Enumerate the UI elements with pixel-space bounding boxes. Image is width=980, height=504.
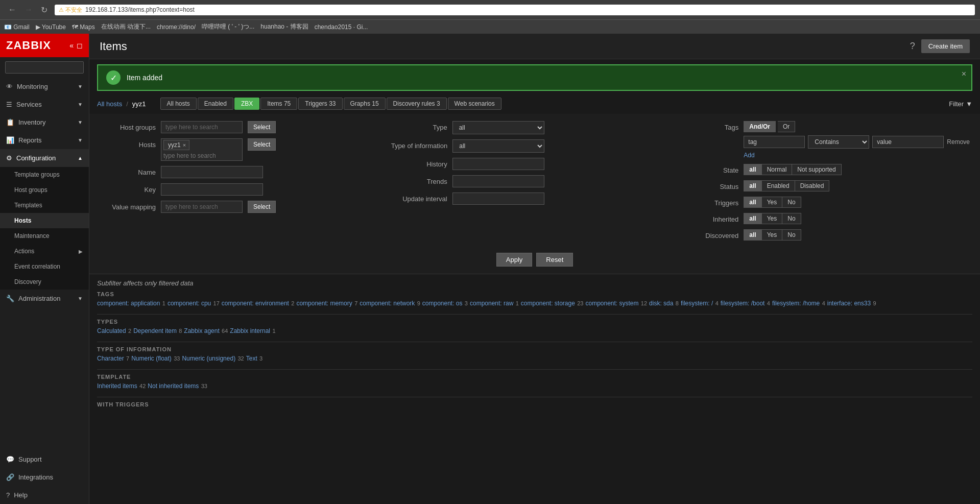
info-numeric-unsigned[interactable]: Numeric (unsigned) 32 [182,355,244,362]
forward-btn[interactable]: → [21,4,36,16]
tag-component-system[interactable]: component: system 12 [585,300,647,307]
host-tag-remove[interactable]: × [183,142,186,148]
sidebar-item-services[interactable]: ☰ Services ▼ [0,95,89,113]
type-zabbix-internal[interactable]: Zabbix internal 1 [230,327,275,334]
tag-component-network[interactable]: component: network 9 [360,300,420,307]
value-mapping-input[interactable] [161,201,243,213]
update-interval-input[interactable] [452,193,544,205]
triggers-yes-button[interactable]: Yes [762,197,783,208]
host-groups-select-button[interactable]: Select [248,121,276,133]
apply-button[interactable]: Apply [496,253,533,267]
inherited-no-button[interactable]: No [782,213,801,224]
tags-or-button[interactable]: Or [778,121,795,132]
tab-discovery-rules[interactable]: Discovery rules 3 [387,98,447,110]
topbar-help-icon[interactable]: ? [910,41,915,52]
create-item-button[interactable]: Create item [921,39,970,53]
tags-and-or-button[interactable]: And/Or [744,121,776,132]
history-input[interactable] [452,158,544,170]
expand-icon[interactable]: ◻ [77,41,83,50]
sidebar-item-support[interactable]: 💬 Support [0,450,89,468]
sidebar-item-integrations[interactable]: 🔗 Integrations [0,468,89,486]
tab-triggers[interactable]: Triggers 33 [298,98,342,110]
status-enabled-button[interactable]: Enabled [762,180,795,191]
bookmark-github[interactable]: chendao2015 · Gi... [315,23,368,31]
tag-component-storage[interactable]: component: storage 23 [521,300,584,307]
state-normal-button[interactable]: Normal [762,164,793,175]
info-text[interactable]: Text 3 [246,355,262,362]
bookmark-youtube[interactable]: ▶ YouTube [36,23,66,31]
browser-nav[interactable]: ← → ↻ [5,4,51,16]
state-not-supported-button[interactable]: Not supported [792,164,841,175]
reload-btn[interactable]: ↻ [38,4,51,16]
reset-button[interactable]: Reset [536,253,573,267]
tag-component-cpu[interactable]: component: cpu 17 [168,300,220,307]
address-bar[interactable]: ⚠ 不安全 192.168.17.133/items.php?context=h… [55,5,975,15]
key-input[interactable] [161,183,263,196]
bookmark-bilibili[interactable]: 哔哩哔哩 ( ' - ' )つ... [202,22,254,31]
tab-zbx[interactable]: ZBX [234,98,259,110]
tag-name-input[interactable] [744,136,805,148]
type-select[interactable]: all Zabbix agent Zabbix internal Calcula… [452,121,544,134]
tag-interface-ens33[interactable]: interface: ens33 9 [827,300,876,307]
status-all-button[interactable]: all [744,180,761,191]
type-zabbix-agent[interactable]: Zabbix agent 64 [184,327,228,334]
tag-component-application[interactable]: component: application 1 [97,300,165,307]
sidebar-item-maintenance[interactable]: Maintenance [0,228,89,244]
tab-items[interactable]: Items 75 [260,98,297,110]
bookmark-maps[interactable]: 🗺 Maps [72,23,95,31]
bookmark-anime[interactable]: 在线动画 动漫下... [101,22,151,31]
state-all-button[interactable]: all [744,164,761,175]
inherited-yes-button[interactable]: Yes [762,213,783,224]
sidebar-item-hosts[interactable]: Hosts [0,213,89,228]
triggers-all-button[interactable]: all [744,197,761,208]
tag-component-raw[interactable]: component: raw 1 [470,300,519,307]
sidebar-item-help[interactable]: ? Help [0,486,89,504]
tab-web-scenarios[interactable]: Web scenarios [448,98,501,110]
name-input[interactable] [161,166,263,178]
tag-remove-link[interactable]: Remove [947,138,970,146]
tag-add-link[interactable]: Add [744,152,970,159]
filter-toggle-button[interactable]: Filter ▼ [949,100,972,108]
tag-component-memory[interactable]: component: memory 7 [296,300,357,307]
bookmark-dino[interactable]: chrome://dino/ [157,23,196,31]
tag-value-input[interactable] [872,136,944,148]
type-calculated[interactable]: Calculated 2 [97,327,131,334]
tag-component-os[interactable]: component: os 3 [422,300,468,307]
hosts-search-input[interactable] [163,152,240,159]
status-disabled-button[interactable]: Disabled [795,180,830,191]
tag-filesystem-home[interactable]: filesystem: /home 4 [772,300,825,307]
discovered-yes-button[interactable]: Yes [762,229,783,241]
type-of-info-select[interactable]: all Numeric (float) Character Numeric (u… [452,139,544,153]
tag-component-environment[interactable]: component: environment 2 [222,300,295,307]
sidebar-item-event-correlation[interactable]: Event correlation [0,259,89,274]
triggers-no-button[interactable]: No [782,197,801,208]
discovered-all-button[interactable]: all [744,229,761,241]
template-not-inherited[interactable]: Not inherited items 33 [148,382,207,390]
tab-all-hosts[interactable]: All hosts [160,98,197,110]
tag-disk-sda[interactable]: disk: sda 8 [649,300,679,307]
value-mapping-select-button[interactable]: Select [248,201,276,213]
success-close-button[interactable]: × [962,69,966,79]
host-groups-input[interactable] [161,121,243,133]
bookmark-gmail[interactable]: 📧 Gmail [4,23,30,31]
sidebar-item-reports[interactable]: 📊 Reports ▼ [0,131,89,149]
tag-filesystem-root[interactable]: filesystem: / 4 [681,300,719,307]
sidebar-item-host-groups[interactable]: Host groups [0,182,89,198]
tab-enabled[interactable]: Enabled [198,98,233,110]
sidebar-item-template-groups[interactable]: Template groups [0,167,89,182]
tag-contains-select[interactable]: Contains Equals Does not contain Does no… [808,135,869,149]
type-dependent-item[interactable]: Dependent item 8 [133,327,182,334]
hosts-select-button[interactable]: Select [248,138,276,151]
sidebar-item-inventory[interactable]: 📋 Inventory ▼ [0,113,89,131]
inherited-all-button[interactable]: all [744,213,761,224]
sidebar-item-monitoring[interactable]: 👁 Monitoring ▼ [0,78,89,95]
sidebar-item-administration[interactable]: 🔧 Administration ▼ [0,290,89,307]
tab-graphs[interactable]: Graphs 15 [344,98,386,110]
hosts-input-wrap[interactable]: yyz1 × [161,138,243,161]
sidebar-item-actions[interactable]: Actions ▶ [0,244,89,259]
sidebar-search-input[interactable] [5,61,84,74]
collapse-icon[interactable]: « [69,41,74,50]
info-character[interactable]: Character 7 [97,355,129,362]
breadcrumb-all-hosts[interactable]: All hosts [97,100,122,108]
back-btn[interactable]: ← [5,4,19,16]
